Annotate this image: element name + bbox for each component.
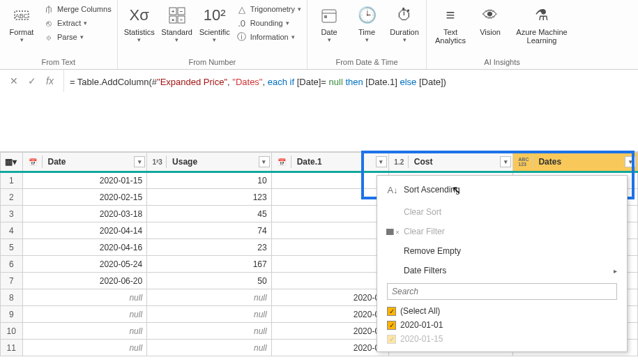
- vision-button[interactable]: 👁 Vision: [473, 3, 508, 38]
- row-header[interactable]: 3: [1, 206, 23, 222]
- duration-button[interactable]: ⏱ Duration ▾: [387, 3, 422, 45]
- rounding-button[interactable]: .0 Rounding ▾: [235, 17, 303, 29]
- cell-date1[interactable]: [271, 172, 388, 189]
- row-header[interactable]: 8: [1, 289, 23, 306]
- clear-sort-item: Clear Sort: [377, 202, 627, 222]
- column-header-date1[interactable]: 📅Date.1 ▾: [271, 153, 388, 172]
- cell-date[interactable]: null: [22, 306, 147, 323]
- scientific-label: Scientific: [199, 28, 230, 36]
- fx-icon[interactable]: fx: [46, 75, 54, 86]
- filter-dropdown-icon[interactable]: ▾: [500, 156, 511, 167]
- cell-date[interactable]: 2020-06-20: [22, 273, 147, 289]
- date-button[interactable]: Date ▾: [312, 3, 347, 45]
- chevron-right-icon: ▸: [614, 267, 617, 275]
- decimal-type-icon: 1.2: [393, 156, 409, 168]
- information-button[interactable]: ⓘ Information ▾: [235, 31, 303, 43]
- column-header-dates[interactable]: ABC 123Dates ▾: [513, 153, 638, 172]
- formula-each: each if: [268, 77, 294, 87]
- cell-usage[interactable]: 74: [147, 222, 272, 239]
- cell-date[interactable]: 2020-05-24: [22, 256, 147, 273]
- corner-header[interactable]: ▦▾: [1, 153, 23, 172]
- column-header-usage[interactable]: 1²3Usage ▾: [147, 153, 272, 172]
- column-header-cost[interactable]: 1.2Cost ▾: [388, 153, 513, 172]
- row-header[interactable]: 7: [1, 273, 23, 289]
- cell-date1[interactable]: 2020-01: [271, 289, 388, 306]
- extract-label: Extract: [57, 19, 81, 27]
- cell-usage[interactable]: 10: [147, 172, 272, 189]
- row-header[interactable]: 10: [1, 323, 23, 340]
- cell-usage[interactable]: null: [147, 306, 272, 323]
- duration-label: Duration: [390, 28, 419, 36]
- scientific-button[interactable]: 10² Scientific ▾: [197, 3, 232, 45]
- filter-dropdown-icon[interactable]: ▾: [376, 156, 387, 167]
- cell-date1[interactable]: [271, 239, 388, 256]
- filter-search-input[interactable]: [387, 283, 617, 300]
- sort-ascending-item[interactable]: A↓ Sort Ascending: [377, 180, 627, 199]
- cell-date1[interactable]: 2020-02: [271, 306, 388, 323]
- cell-date1[interactable]: [271, 206, 388, 222]
- format-icon: ABC: [10, 4, 33, 26]
- cell-usage[interactable]: null: [147, 289, 272, 306]
- trigonometry-button[interactable]: △ Trigonometry ▾: [235, 3, 303, 15]
- cell-date1[interactable]: [271, 222, 388, 239]
- cell-usage[interactable]: 45: [147, 206, 272, 222]
- merge-columns-button[interactable]: ⫛ Merge Columns: [42, 3, 113, 15]
- standard-button[interactable]: +−×÷ Standard ▾: [160, 3, 195, 45]
- extract-icon: ⎋: [43, 17, 54, 29]
- cell-date[interactable]: 2020-03-18: [22, 206, 147, 222]
- cell-date[interactable]: 2020-02-15: [22, 189, 147, 206]
- cell-date[interactable]: 2020-04-16: [22, 239, 147, 256]
- cell-usage[interactable]: 23: [147, 239, 272, 256]
- column-header-date[interactable]: 📅Date ▾: [22, 153, 147, 172]
- filter-dropdown-icon[interactable]: ▾: [259, 156, 270, 167]
- cell-date[interactable]: 2020-01-15: [22, 172, 147, 189]
- row-header[interactable]: 6: [1, 256, 23, 273]
- filter-value-item[interactable]: ✓ 2020-01-15: [387, 332, 617, 346]
- cell-date[interactable]: null: [22, 323, 147, 340]
- integer-type-icon: 1²3: [151, 156, 167, 168]
- column-label: Usage: [172, 157, 197, 167]
- cell-date1[interactable]: 2020-04: [271, 340, 388, 356]
- cell-date1[interactable]: [271, 273, 388, 289]
- remove-empty-item[interactable]: Remove Empty: [377, 241, 627, 261]
- row-header[interactable]: 4: [1, 222, 23, 239]
- filter-dropdown-icon[interactable]: ▾: [625, 156, 636, 167]
- statistics-icon: Χσ: [128, 4, 151, 26]
- row-header[interactable]: 5: [1, 239, 23, 256]
- cell-date1[interactable]: [271, 256, 388, 273]
- formula-text[interactable]: = Table.AddColumn(#"Expanded Price", "Da…: [64, 70, 638, 94]
- format-button[interactable]: ABC Format ▾: [4, 3, 39, 45]
- cell-usage[interactable]: 123: [147, 189, 272, 206]
- row-header[interactable]: 2: [1, 189, 23, 206]
- commit-formula-icon[interactable]: ✓: [28, 75, 36, 86]
- date-filters-item[interactable]: Date Filters ▸: [377, 261, 627, 280]
- cell-date[interactable]: null: [22, 289, 147, 306]
- cell-usage[interactable]: 50: [147, 273, 272, 289]
- cell-date1[interactable]: [271, 189, 388, 206]
- statistics-button[interactable]: Χσ Statistics ▾: [122, 3, 157, 45]
- cell-date[interactable]: null: [22, 340, 147, 356]
- time-button[interactable]: 🕒 Time ▾: [349, 3, 384, 45]
- filter-dropdown-icon[interactable]: ▾: [134, 156, 145, 167]
- cell-date1[interactable]: 2020-03: [271, 323, 388, 340]
- filter-value-select-all[interactable]: ✓ (Select All): [387, 304, 617, 318]
- azure-ml-button[interactable]: ⚗ Azure Machine Learning: [510, 3, 573, 46]
- row-header[interactable]: 11: [1, 340, 23, 356]
- cell-date[interactable]: 2020-04-14: [22, 222, 147, 239]
- filter-value-item[interactable]: ✓ 2020-01-01: [387, 318, 617, 332]
- ribbon-group-from-text: ABC Format ▾ ⫛ Merge Columns ⎋ Extract ▾…: [0, 0, 118, 69]
- parse-button[interactable]: ⟐ Parse ▾: [42, 31, 113, 43]
- cancel-formula-icon[interactable]: ✕: [10, 75, 18, 86]
- row-header[interactable]: 1: [1, 172, 23, 189]
- cell-usage[interactable]: null: [147, 340, 272, 356]
- formula-fn: Table.AddColumn: [77, 77, 149, 87]
- column-label: Date.1: [297, 157, 322, 167]
- cell-usage[interactable]: null: [147, 323, 272, 340]
- extract-button[interactable]: ⎋ Extract ▾: [42, 17, 113, 29]
- text-analytics-button[interactable]: ≡ Text Analytics: [431, 3, 470, 46]
- sort-asc-icon: A↓: [387, 184, 398, 195]
- row-header[interactable]: 9: [1, 306, 23, 323]
- cell-usage[interactable]: 167: [147, 256, 272, 273]
- ribbon-group-ai: ≡ Text Analytics 👁 Vision ⚗ Azure Machin…: [427, 0, 577, 69]
- standard-label: Standard: [161, 28, 192, 36]
